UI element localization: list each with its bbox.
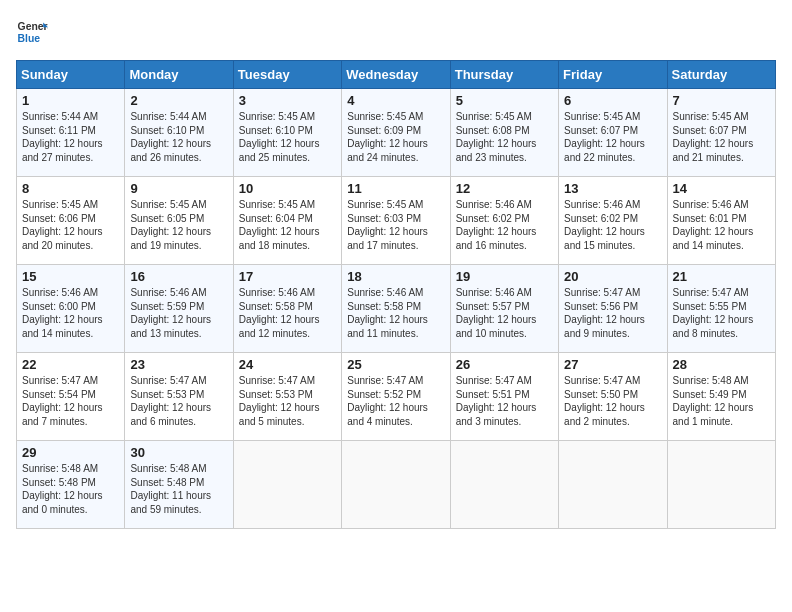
calendar-cell: 11Sunrise: 5:45 AM Sunset: 6:03 PM Dayli… [342,177,450,265]
calendar-cell: 15Sunrise: 5:46 AM Sunset: 6:00 PM Dayli… [17,265,125,353]
day-number: 26 [456,357,553,372]
day-info: Sunrise: 5:45 AM Sunset: 6:09 PM Dayligh… [347,110,444,164]
day-number: 7 [673,93,770,108]
day-number: 8 [22,181,119,196]
day-number: 2 [130,93,227,108]
calendar-table: SundayMondayTuesdayWednesdayThursdayFrid… [16,60,776,529]
svg-text:Blue: Blue [18,33,41,44]
calendar-cell: 23Sunrise: 5:47 AM Sunset: 5:53 PM Dayli… [125,353,233,441]
day-info: Sunrise: 5:44 AM Sunset: 6:10 PM Dayligh… [130,110,227,164]
logo: General Blue [16,16,48,48]
day-number: 6 [564,93,661,108]
day-info: Sunrise: 5:45 AM Sunset: 6:03 PM Dayligh… [347,198,444,252]
day-number: 20 [564,269,661,284]
day-info: Sunrise: 5:46 AM Sunset: 6:00 PM Dayligh… [22,286,119,340]
calendar-cell: 9Sunrise: 5:45 AM Sunset: 6:05 PM Daylig… [125,177,233,265]
day-info: Sunrise: 5:47 AM Sunset: 5:53 PM Dayligh… [239,374,336,428]
day-info: Sunrise: 5:47 AM Sunset: 5:55 PM Dayligh… [673,286,770,340]
day-header-saturday: Saturday [667,61,775,89]
day-number: 29 [22,445,119,460]
day-number: 17 [239,269,336,284]
day-number: 14 [673,181,770,196]
day-number: 10 [239,181,336,196]
day-number: 5 [456,93,553,108]
calendar-cell: 7Sunrise: 5:45 AM Sunset: 6:07 PM Daylig… [667,89,775,177]
calendar-cell: 20Sunrise: 5:47 AM Sunset: 5:56 PM Dayli… [559,265,667,353]
calendar-cell: 12Sunrise: 5:46 AM Sunset: 6:02 PM Dayli… [450,177,558,265]
day-header-tuesday: Tuesday [233,61,341,89]
day-info: Sunrise: 5:47 AM Sunset: 5:50 PM Dayligh… [564,374,661,428]
calendar-cell: 25Sunrise: 5:47 AM Sunset: 5:52 PM Dayli… [342,353,450,441]
day-info: Sunrise: 5:45 AM Sunset: 6:08 PM Dayligh… [456,110,553,164]
day-info: Sunrise: 5:45 AM Sunset: 6:07 PM Dayligh… [673,110,770,164]
calendar-cell: 29Sunrise: 5:48 AM Sunset: 5:48 PM Dayli… [17,441,125,529]
day-header-friday: Friday [559,61,667,89]
calendar-cell: 5Sunrise: 5:45 AM Sunset: 6:08 PM Daylig… [450,89,558,177]
calendar-cell: 16Sunrise: 5:46 AM Sunset: 5:59 PM Dayli… [125,265,233,353]
day-info: Sunrise: 5:47 AM Sunset: 5:54 PM Dayligh… [22,374,119,428]
calendar-cell [342,441,450,529]
day-number: 27 [564,357,661,372]
day-number: 21 [673,269,770,284]
day-number: 4 [347,93,444,108]
calendar-cell: 27Sunrise: 5:47 AM Sunset: 5:50 PM Dayli… [559,353,667,441]
calendar-cell [667,441,775,529]
day-info: Sunrise: 5:45 AM Sunset: 6:07 PM Dayligh… [564,110,661,164]
day-number: 28 [673,357,770,372]
day-number: 16 [130,269,227,284]
day-number: 3 [239,93,336,108]
day-info: Sunrise: 5:47 AM Sunset: 5:52 PM Dayligh… [347,374,444,428]
day-info: Sunrise: 5:46 AM Sunset: 5:57 PM Dayligh… [456,286,553,340]
calendar-cell: 3Sunrise: 5:45 AM Sunset: 6:10 PM Daylig… [233,89,341,177]
calendar-week-5: 29Sunrise: 5:48 AM Sunset: 5:48 PM Dayli… [17,441,776,529]
day-number: 11 [347,181,444,196]
calendar-cell: 28Sunrise: 5:48 AM Sunset: 5:49 PM Dayli… [667,353,775,441]
day-header-monday: Monday [125,61,233,89]
day-info: Sunrise: 5:46 AM Sunset: 6:01 PM Dayligh… [673,198,770,252]
calendar-cell: 13Sunrise: 5:46 AM Sunset: 6:02 PM Dayli… [559,177,667,265]
calendar-week-1: 1Sunrise: 5:44 AM Sunset: 6:11 PM Daylig… [17,89,776,177]
calendar-cell: 19Sunrise: 5:46 AM Sunset: 5:57 PM Dayli… [450,265,558,353]
day-number: 18 [347,269,444,284]
calendar-cell [559,441,667,529]
day-header-thursday: Thursday [450,61,558,89]
calendar-cell: 6Sunrise: 5:45 AM Sunset: 6:07 PM Daylig… [559,89,667,177]
calendar-cell: 18Sunrise: 5:46 AM Sunset: 5:58 PM Dayli… [342,265,450,353]
day-info: Sunrise: 5:46 AM Sunset: 6:02 PM Dayligh… [564,198,661,252]
day-info: Sunrise: 5:45 AM Sunset: 6:05 PM Dayligh… [130,198,227,252]
day-info: Sunrise: 5:45 AM Sunset: 6:10 PM Dayligh… [239,110,336,164]
day-number: 22 [22,357,119,372]
calendar-cell: 17Sunrise: 5:46 AM Sunset: 5:58 PM Dayli… [233,265,341,353]
calendar-cell: 10Sunrise: 5:45 AM Sunset: 6:04 PM Dayli… [233,177,341,265]
calendar-cell: 30Sunrise: 5:48 AM Sunset: 5:48 PM Dayli… [125,441,233,529]
day-info: Sunrise: 5:46 AM Sunset: 5:58 PM Dayligh… [347,286,444,340]
day-header-wednesday: Wednesday [342,61,450,89]
calendar-header-row: SundayMondayTuesdayWednesdayThursdayFrid… [17,61,776,89]
day-number: 23 [130,357,227,372]
calendar-week-2: 8Sunrise: 5:45 AM Sunset: 6:06 PM Daylig… [17,177,776,265]
calendar-cell: 14Sunrise: 5:46 AM Sunset: 6:01 PM Dayli… [667,177,775,265]
day-info: Sunrise: 5:47 AM Sunset: 5:56 PM Dayligh… [564,286,661,340]
day-info: Sunrise: 5:46 AM Sunset: 5:59 PM Dayligh… [130,286,227,340]
day-number: 24 [239,357,336,372]
calendar-cell: 1Sunrise: 5:44 AM Sunset: 6:11 PM Daylig… [17,89,125,177]
calendar-cell: 8Sunrise: 5:45 AM Sunset: 6:06 PM Daylig… [17,177,125,265]
day-info: Sunrise: 5:48 AM Sunset: 5:49 PM Dayligh… [673,374,770,428]
calendar-cell: 21Sunrise: 5:47 AM Sunset: 5:55 PM Dayli… [667,265,775,353]
day-info: Sunrise: 5:47 AM Sunset: 5:51 PM Dayligh… [456,374,553,428]
day-info: Sunrise: 5:46 AM Sunset: 6:02 PM Dayligh… [456,198,553,252]
day-info: Sunrise: 5:48 AM Sunset: 5:48 PM Dayligh… [130,462,227,516]
calendar-cell [233,441,341,529]
day-number: 13 [564,181,661,196]
calendar-cell: 4Sunrise: 5:45 AM Sunset: 6:09 PM Daylig… [342,89,450,177]
calendar-cell: 26Sunrise: 5:47 AM Sunset: 5:51 PM Dayli… [450,353,558,441]
day-info: Sunrise: 5:45 AM Sunset: 6:06 PM Dayligh… [22,198,119,252]
day-number: 30 [130,445,227,460]
day-number: 9 [130,181,227,196]
day-number: 19 [456,269,553,284]
calendar-cell [450,441,558,529]
day-info: Sunrise: 5:45 AM Sunset: 6:04 PM Dayligh… [239,198,336,252]
day-info: Sunrise: 5:48 AM Sunset: 5:48 PM Dayligh… [22,462,119,516]
calendar-cell: 22Sunrise: 5:47 AM Sunset: 5:54 PM Dayli… [17,353,125,441]
calendar-cell: 2Sunrise: 5:44 AM Sunset: 6:10 PM Daylig… [125,89,233,177]
